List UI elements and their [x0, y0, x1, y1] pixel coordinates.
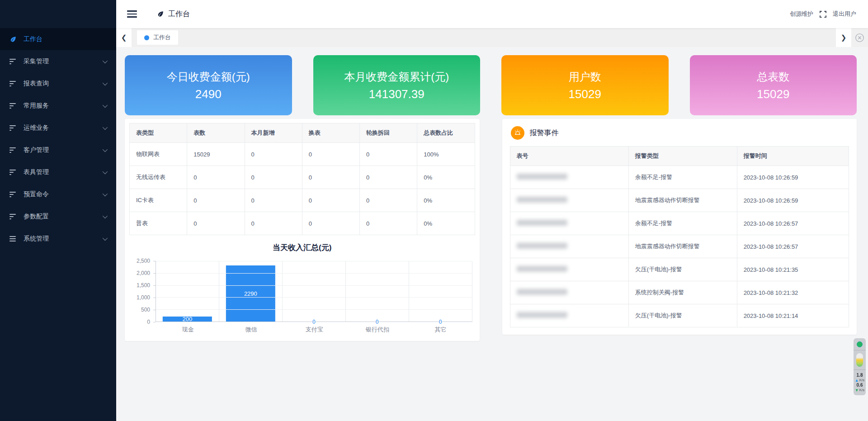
table-cell: 普表 [130, 212, 187, 235]
chart-bar: 200 [163, 317, 212, 322]
sidebar-item-采集管理[interactable]: 采集管理 [0, 50, 116, 72]
x-axis-label: 微信 [220, 326, 283, 334]
stat-card-title: 本月收费金额累计(元) [344, 70, 449, 84]
upload-speed: 1.8 [857, 373, 863, 378]
meter-table-column-header: 表类型 [130, 123, 187, 143]
download-unit: K/s [859, 388, 865, 393]
meter-table-column-header: 本月新增 [245, 123, 302, 143]
meter-table-column-header: 表数 [187, 123, 245, 143]
table-cell: 0 [360, 189, 417, 212]
tab-scroll-left-button[interactable]: ❮ [116, 28, 132, 47]
redacted-meter-no [517, 174, 567, 180]
meter-summary-panel: 表类型表数本月新增换表轮换拆回总表数占比 物联网表15029000100%无线远… [125, 119, 480, 341]
breadcrumb: 工作台 [157, 9, 190, 19]
table-cell: 0 [302, 189, 359, 212]
tab-scroll-right-button[interactable]: ❯ [836, 28, 851, 47]
tab-workbench[interactable]: 工作台 [137, 30, 178, 45]
meter-table-column-header: 换表 [302, 123, 359, 143]
gridline [156, 285, 472, 286]
stat-cards: 今日收费金额(元)2490本月收费金额累计(元)141307.39用户数1502… [125, 55, 857, 115]
table-cell: 15029 [187, 143, 245, 166]
alarm-type-cell: 地震震感器动作切断报警 [628, 235, 737, 258]
table-cell: 0 [302, 212, 359, 235]
table-cell: 0 [360, 166, 417, 189]
meter-no-cell [510, 212, 628, 235]
chevron-down-icon [103, 213, 108, 218]
sidebar-item-label: 表具管理 [24, 168, 49, 176]
network-monitor-widget[interactable]: 1.8 ▲K/s 0.6 ▼K/s [854, 338, 866, 395]
close-tabs-icon[interactable] [855, 33, 864, 43]
table-cell: 物联网表 [130, 143, 187, 166]
meter-table-body: 物联网表15029000100%无线远传表00000%IC卡表00000%普表0… [130, 143, 475, 235]
meter-no-cell [510, 166, 628, 189]
chart-category-column: 0 [409, 261, 472, 322]
sidebar-item-预置命令[interactable]: 预置命令 [0, 183, 116, 205]
sidebar-item-参数配置[interactable]: 参数配置 [0, 205, 116, 227]
chevron-down-icon [103, 80, 108, 85]
alarm-bell-icon [511, 126, 524, 140]
chart-plot: 2002290000 [156, 261, 472, 322]
table-row: 普表00000% [130, 212, 475, 235]
y-tick-label: 0 [147, 319, 150, 325]
logout-button[interactable]: 退出用户 [833, 10, 856, 18]
bar-zero-label: 0 [312, 319, 316, 325]
stat-card-value: 2490 [195, 87, 222, 101]
sidebar-item-label: 预置命令 [24, 190, 49, 199]
arrow-down-icon: ▼ [855, 388, 859, 393]
table-row: 地震震感器动作切断报警2023-10-08 10:26:59 [510, 189, 849, 212]
meter-type-table: 表类型表数本月新增换表轮换拆回总表数占比 物联网表15029000100%无线远… [129, 123, 475, 235]
sidebar-item-常用服务[interactable]: 常用服务 [0, 95, 116, 117]
filter-icon [9, 81, 18, 86]
table-cell: 0 [360, 212, 417, 235]
table-row: 系统控制关阀-报警2023-10-08 10:21:32 [510, 281, 849, 304]
filter-icon [9, 147, 18, 153]
tab-active-dot [144, 35, 149, 40]
meter-table-column-header: 总表数占比 [417, 123, 475, 143]
stat-card[interactable]: 用户数15029 [501, 55, 669, 115]
table-cell: 0 [245, 166, 302, 189]
table-cell: IC卡表 [130, 189, 187, 212]
sidebar-item-表具管理[interactable]: 表具管理 [0, 161, 116, 183]
table-cell: 0 [245, 189, 302, 212]
sidebar-item-系统管理[interactable]: 系统管理 [0, 227, 116, 250]
fullscreen-icon[interactable] [820, 11, 826, 18]
redacted-meter-no [517, 312, 567, 318]
stat-card[interactable]: 总表数15029 [690, 55, 857, 115]
filter-icon [9, 192, 18, 197]
alarm-table: 表号报警类型报警时间 余额不足-报警2023-10-08 10:26:59地震震… [510, 146, 849, 327]
page-title: 工作台 [168, 9, 190, 19]
bar-value-label: 2290 [244, 290, 257, 297]
hamburger-menu-icon[interactable] [127, 10, 137, 18]
table-row: 余额不足-报警2023-10-08 10:26:57 [510, 212, 849, 235]
meter-no-cell [510, 304, 628, 327]
meter-no-cell [510, 258, 628, 281]
chart-category-column: 2290 [219, 261, 283, 322]
tenant-label: 创源维护 [790, 10, 813, 18]
alarm-panel: 报警事件 表号报警类型报警时间 余额不足-报警2023-10-08 10:26:… [502, 119, 857, 335]
sidebar-item-客户管理[interactable]: 客户管理 [0, 139, 116, 161]
alarm-type-cell: 余额不足-报警 [628, 166, 737, 189]
sidebar-item-工作台[interactable]: 工作台 [0, 28, 116, 50]
sidebar-item-运维业务[interactable]: 运维业务 [0, 117, 116, 139]
bar-zero-label: 0 [439, 319, 442, 325]
table-row: 物联网表15029000100% [130, 143, 475, 166]
filter-icon [9, 125, 18, 131]
alarm-panel-header: 报警事件 [511, 126, 849, 140]
chart-plot-area[interactable]: 05001,0001,5002,0002,500 2002290000 [129, 261, 475, 322]
table-row: 无线远传表00000% [130, 166, 475, 189]
alarm-time-cell: 2023-10-08 10:21:35 [737, 258, 849, 281]
gridline [156, 261, 472, 261]
alarm-time-cell: 2023-10-08 10:26:59 [737, 189, 849, 212]
alarm-table-column-header: 报警时间 [737, 147, 849, 166]
sidebar-item-label: 采集管理 [24, 57, 49, 66]
tab-label: 工作台 [153, 33, 171, 42]
sidebar-item-报表查询[interactable]: 报表查询 [0, 72, 116, 95]
sidebar-item-label: 常用服务 [24, 102, 49, 110]
x-axis-label: 银行代扣 [346, 326, 409, 334]
stat-card[interactable]: 本月收费金额累计(元)141307.39 [313, 55, 481, 115]
stat-card[interactable]: 今日收费金额(元)2490 [125, 55, 292, 115]
table-cell: 无线远传表 [130, 166, 187, 189]
alarm-type-cell: 欠压(干电池)-报警 [628, 258, 737, 281]
alarm-type-cell: 余额不足-报警 [628, 212, 737, 235]
sidebar: 工作台采集管理报表查询常用服务运维业务客户管理表具管理预置命令参数配置系统管理 [0, 0, 116, 421]
